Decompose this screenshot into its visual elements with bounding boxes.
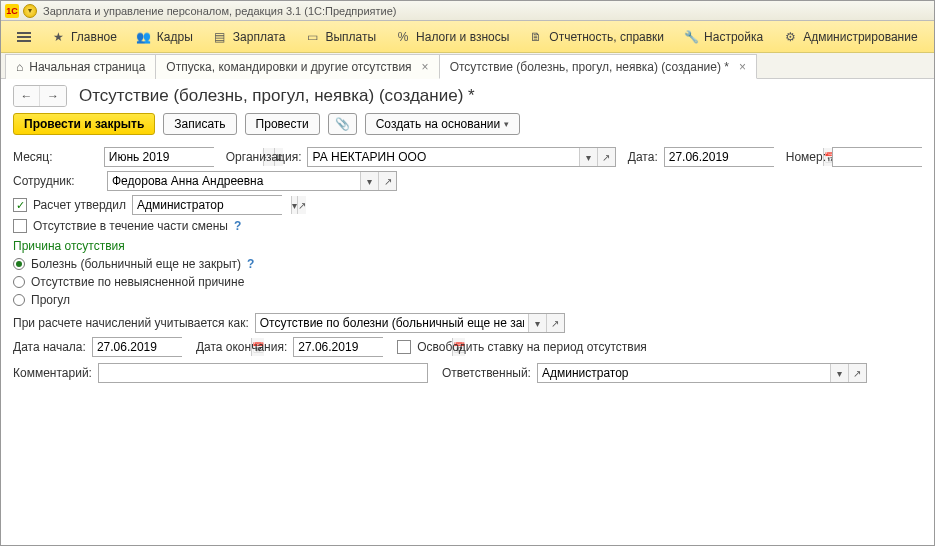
reason-section-title: Причина отсутствия bbox=[13, 239, 922, 253]
paperclip-icon: 📎 bbox=[335, 117, 350, 131]
employee-label: Сотрудник: bbox=[13, 174, 101, 188]
responsible-label: Ответственный: bbox=[442, 366, 531, 380]
help-icon[interactable]: ? bbox=[247, 257, 254, 271]
reason-truancy-label: Прогул bbox=[31, 293, 70, 307]
month-field[interactable]: ⋯ ⇵ bbox=[104, 147, 214, 167]
window-titlebar: 1С ▾ Зарплата и управление персоналом, р… bbox=[1, 1, 934, 21]
star-icon: ★ bbox=[51, 30, 65, 44]
calendar-icon: ▤ bbox=[213, 30, 227, 44]
tab-absence-create[interactable]: Отсутствие (болезнь, прогул, неявка) (со… bbox=[439, 54, 757, 79]
app-menu-dropdown-icon[interactable]: ▾ bbox=[23, 4, 37, 18]
action-toolbar: Провести и закрыть Записать Провести 📎 С… bbox=[1, 109, 934, 143]
open-icon[interactable]: ↗ bbox=[597, 148, 615, 166]
open-icon[interactable]: ↗ bbox=[546, 314, 564, 332]
tab-absences-list[interactable]: Отпуска, командировки и другие отсутстви… bbox=[155, 54, 439, 79]
dropdown-icon[interactable]: ▾ bbox=[528, 314, 546, 332]
approved-by-field[interactable]: ▾ ↗ bbox=[132, 195, 282, 215]
nav-forward-button[interactable]: → bbox=[40, 86, 66, 106]
document-form: Месяц: ⋯ ⇵ Организация: ▾ ↗ Дата: 📅 Номе… bbox=[1, 147, 934, 383]
employee-input[interactable] bbox=[108, 172, 360, 190]
window-title: Зарплата и управление персоналом, редакц… bbox=[43, 5, 396, 17]
document-tabs: ⌂Начальная страница Отпуска, командировк… bbox=[1, 53, 934, 79]
menu-taxes-label: Налоги и взносы bbox=[416, 30, 509, 44]
menu-reports[interactable]: 🗎Отчетность, справки bbox=[519, 21, 674, 53]
partial-shift-checkbox[interactable] bbox=[13, 219, 27, 233]
percent-icon: % bbox=[396, 30, 410, 44]
open-icon[interactable]: ↗ bbox=[378, 172, 396, 190]
create-based-on-button[interactable]: Создать на основании▾ bbox=[365, 113, 521, 135]
create-based-on-label: Создать на основании bbox=[376, 117, 501, 131]
month-label: Месяц: bbox=[13, 150, 98, 164]
menu-salary[interactable]: ▤Зарплата bbox=[203, 21, 296, 53]
open-icon[interactable]: ↗ bbox=[297, 196, 306, 214]
gear-icon: ⚙ bbox=[783, 30, 797, 44]
release-rate-checkbox[interactable] bbox=[397, 340, 411, 354]
menu-staff-label: Кадры bbox=[157, 30, 193, 44]
wallet-icon: ▭ bbox=[305, 30, 319, 44]
number-input[interactable] bbox=[833, 148, 935, 166]
comment-label: Комментарий: bbox=[13, 366, 92, 380]
date-field[interactable]: 📅 bbox=[664, 147, 774, 167]
burger-icon bbox=[17, 32, 31, 42]
menu-settings[interactable]: 🔧Настройка bbox=[674, 21, 773, 53]
tab-home-label: Начальная страница bbox=[29, 60, 145, 74]
calc-as-label: При расчете начислений учитывается как: bbox=[13, 316, 249, 330]
menu-payments[interactable]: ▭Выплаты bbox=[295, 21, 386, 53]
number-field[interactable] bbox=[832, 147, 922, 167]
open-icon[interactable]: ↗ bbox=[848, 364, 866, 382]
menu-burger[interactable] bbox=[7, 21, 41, 53]
approved-by-input[interactable] bbox=[133, 196, 291, 214]
dropdown-icon[interactable]: ▾ bbox=[360, 172, 378, 190]
approved-checkbox[interactable]: ✓ bbox=[13, 198, 27, 212]
menu-payments-label: Выплаты bbox=[325, 30, 376, 44]
menu-settings-label: Настройка bbox=[704, 30, 763, 44]
employee-field[interactable]: ▾ ↗ bbox=[107, 171, 397, 191]
people-icon: 👥 bbox=[137, 30, 151, 44]
responsible-field[interactable]: ▾ ↗ bbox=[537, 363, 867, 383]
post-button[interactable]: Провести bbox=[245, 113, 320, 135]
menu-staff[interactable]: 👥Кадры bbox=[127, 21, 203, 53]
save-button[interactable]: Записать bbox=[163, 113, 236, 135]
attach-button[interactable]: 📎 bbox=[328, 113, 357, 135]
menu-taxes[interactable]: %Налоги и взносы bbox=[386, 21, 519, 53]
dropdown-icon[interactable]: ▾ bbox=[830, 364, 848, 382]
close-icon[interactable]: × bbox=[422, 60, 429, 74]
post-and-close-button[interactable]: Провести и закрыть bbox=[13, 113, 155, 135]
date-label: Дата: bbox=[628, 150, 658, 164]
menu-salary-label: Зарплата bbox=[233, 30, 286, 44]
help-icon[interactable]: ? bbox=[234, 219, 241, 233]
partial-shift-label: Отсутствие в течение части смены bbox=[33, 219, 228, 233]
org-field[interactable]: ▾ ↗ bbox=[307, 147, 615, 167]
menu-admin[interactable]: ⚙Администрирование bbox=[773, 21, 927, 53]
page-header: ← → Отсутствие (болезнь, прогул, неявка)… bbox=[1, 79, 934, 109]
start-date-label: Дата начала: bbox=[13, 340, 86, 354]
page-title: Отсутствие (болезнь, прогул, неявка) (со… bbox=[79, 86, 475, 106]
org-input[interactable] bbox=[308, 148, 578, 166]
reason-unknown-label: Отсутствие по невыясненной причине bbox=[31, 275, 244, 289]
start-date-field[interactable]: 📅 bbox=[92, 337, 182, 357]
nav-back-button[interactable]: ← bbox=[14, 86, 40, 106]
tab-absence-create-label: Отсутствие (болезнь, прогул, неявка) (со… bbox=[450, 60, 729, 74]
menu-main[interactable]: ★Главное bbox=[41, 21, 127, 53]
reason-truancy-radio[interactable] bbox=[13, 294, 25, 306]
main-menu-bar: ★Главное 👥Кадры ▤Зарплата ▭Выплаты %Нало… bbox=[1, 21, 934, 53]
menu-main-label: Главное bbox=[71, 30, 117, 44]
reason-unknown-radio[interactable] bbox=[13, 276, 25, 288]
chevron-down-icon: ▾ bbox=[504, 119, 509, 129]
dropdown-icon[interactable]: ▾ bbox=[579, 148, 597, 166]
number-label: Номер: bbox=[786, 150, 826, 164]
responsible-input[interactable] bbox=[538, 364, 830, 382]
calc-as-field[interactable]: ▾ ↗ bbox=[255, 313, 565, 333]
reason-illness-radio[interactable] bbox=[13, 258, 25, 270]
comment-field[interactable] bbox=[98, 363, 428, 383]
close-icon[interactable]: × bbox=[739, 60, 746, 74]
comment-input[interactable] bbox=[99, 364, 427, 382]
end-date-field[interactable]: 📅 bbox=[293, 337, 383, 357]
org-label: Организация: bbox=[226, 150, 302, 164]
reason-illness-label: Болезнь (больничный еще не закрыт) bbox=[31, 257, 241, 271]
nav-buttons: ← → bbox=[13, 85, 67, 107]
tab-home[interactable]: ⌂Начальная страница bbox=[5, 54, 156, 79]
report-icon: 🗎 bbox=[529, 30, 543, 44]
menu-reports-label: Отчетность, справки bbox=[549, 30, 664, 44]
calc-as-input[interactable] bbox=[256, 314, 528, 332]
